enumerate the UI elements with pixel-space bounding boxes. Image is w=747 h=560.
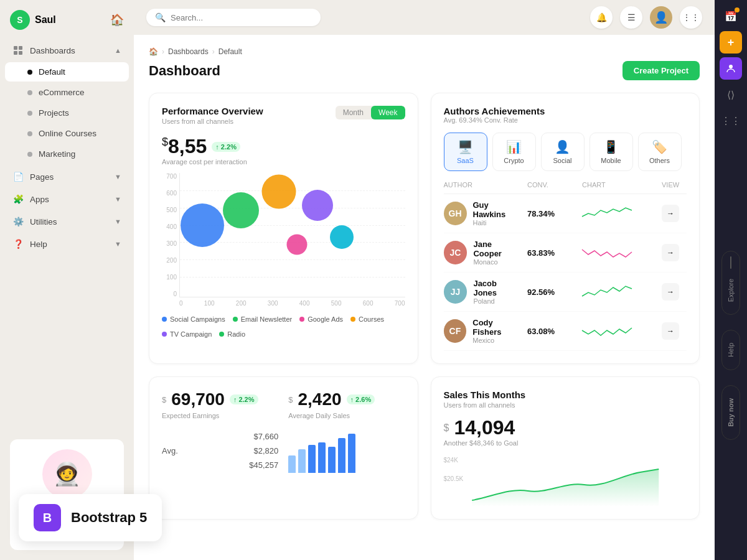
sidebar-item-marketing[interactable]: Marketing: [5, 144, 129, 164]
sidebar-item-online-courses-label: Online Courses: [39, 129, 96, 138]
bubble-chart: [179, 173, 405, 297]
dashboards-icon: [12, 45, 24, 56]
view-btn-jane[interactable]: →: [662, 244, 679, 261]
author-country-cody: Mexico: [472, 337, 522, 344]
breadcrumb-dashboards[interactable]: Dashboards: [168, 47, 209, 56]
legend-label: TV Campaign: [170, 330, 212, 338]
conv-rate-guy: 78.34%: [527, 209, 577, 218]
main-content: 🏠 › Dashboards › Default Dashboard Creat…: [134, 35, 715, 560]
performance-card: Performance Overview Users from all chan…: [149, 93, 418, 364]
author-row-guy: GH Guy Hawkins Haiti 78.34%: [444, 194, 687, 233]
sidebar-item-apps[interactable]: 🧩 Apps ▼: [5, 189, 129, 210]
toggle-month-button[interactable]: Month: [336, 106, 371, 119]
more-icon[interactable]: ⋮⋮: [680, 6, 702, 29]
sidebar-item-utilities[interactable]: ⚙️ Utilities ▼: [5, 211, 129, 232]
authors-subtitle: Avg. 69.34% Conv. Rate: [444, 116, 687, 124]
rs-code-icon[interactable]: ⟨⟩: [720, 83, 742, 106]
authors-title: Authors Achievements: [444, 106, 687, 116]
sidebar-item-dashboards[interactable]: Dashboards ▲: [5, 40, 129, 61]
cat-crypto-label: Crypto: [504, 157, 524, 164]
view-btn-cody[interactable]: →: [662, 322, 679, 340]
legend-google: Google Ads: [299, 315, 343, 323]
settings-icon[interactable]: ☰: [620, 6, 642, 29]
sidebar-item-dashboards-label: Dashboards: [30, 46, 75, 55]
nav-dot: [27, 70, 32, 75]
cat-tab-mobile[interactable]: 📱 Mobile: [590, 133, 633, 171]
toggle-week-button[interactable]: Week: [371, 106, 405, 119]
currency-symbol: $: [162, 136, 168, 148]
author-info: GH Guy Hawkins Haiti: [444, 200, 523, 226]
earnings-label: Expected Earnings: [162, 412, 278, 419]
daily-sales-value: 2,420: [298, 390, 341, 409]
app-name: Saul: [35, 14, 110, 26]
cat-tab-crypto[interactable]: 📊 Crypto: [492, 133, 536, 171]
chevron-icon: ▼: [115, 173, 121, 180]
apps-icon: 🧩: [12, 194, 24, 205]
author-name-cody: Cody Fishers: [472, 318, 522, 337]
metric-value: $8,55 ↑ 2.2%: [162, 135, 405, 158]
chevron-icon: ▼: [115, 218, 121, 225]
buy-label[interactable]: Buy now: [725, 391, 737, 434]
sidebar-item-help[interactable]: ❓ Help ▼: [5, 233, 129, 254]
cat-tab-saas[interactable]: 🖥️ SaaS: [444, 133, 487, 171]
nav-dot: [27, 131, 32, 136]
notification-icon[interactable]: 🔔: [590, 6, 613, 29]
perf-title: Performance Overview: [162, 106, 263, 116]
bar-4: [318, 442, 326, 473]
earnings-item-val: $7,660: [253, 432, 278, 441]
author-row-cody: CF Cody Fishers Mexico 63.08%: [444, 312, 687, 351]
topbar: 🔍 🔔 ☰ 👤 ⋮⋮: [134, 0, 715, 35]
earnings-value: 69,700: [171, 390, 225, 409]
legend-dot: [219, 332, 224, 337]
sidebar-item-online-courses[interactable]: Online Courses: [5, 124, 129, 143]
bubble-tv: [302, 190, 333, 221]
create-project-button[interactable]: Create Project: [622, 61, 700, 80]
chevron-icon: ▼: [115, 240, 121, 248]
home-icon[interactable]: 🏠: [110, 13, 124, 27]
rs-calendar-icon[interactable]: 📅: [720, 5, 742, 27]
user-avatar[interactable]: 👤: [650, 6, 672, 29]
sidebar-item-default[interactable]: Default: [5, 62, 129, 82]
sidebar-item-apps-label: Apps: [30, 195, 49, 204]
breadcrumb-home[interactable]: 🏠: [149, 47, 158, 56]
cat-tab-social[interactable]: 👤 Social: [541, 133, 585, 171]
buy-group: Buy now: [721, 385, 740, 440]
rs-grid-icon[interactable]: ⋮⋮: [720, 110, 742, 132]
sidebar-item-ecommerce[interactable]: eCommerce: [5, 83, 129, 102]
bar-chart: [288, 429, 405, 473]
col-view: VIEW: [662, 181, 687, 189]
rs-add-icon[interactable]: +: [720, 31, 742, 54]
help-label[interactable]: Help: [725, 335, 737, 365]
cat-mobile-label: Mobile: [601, 157, 621, 164]
sidebar-item-default-label: Default: [39, 67, 65, 77]
page-title-row: Dashboard Create Project: [149, 61, 700, 80]
perf-subtitle: Users from all channels: [162, 118, 263, 125]
search-input[interactable]: [171, 13, 312, 22]
sales-sparkline: [444, 463, 687, 506]
search-box[interactable]: 🔍: [146, 9, 321, 26]
sidebar-item-pages[interactable]: 📄 Pages ▼: [5, 166, 129, 187]
cat-tab-others[interactable]: 🏷️ Others: [638, 133, 682, 171]
earnings-item-2: Avg. $2,820: [162, 444, 278, 458]
bubble-social: [181, 203, 224, 247]
svg-rect-1: [19, 46, 22, 50]
bar-6: [338, 438, 345, 473]
explore-label[interactable]: Explore: [725, 271, 737, 309]
astronaut-illustration: 🧑‍🚀: [42, 449, 92, 499]
mobile-icon: 📱: [603, 139, 619, 154]
bar-7: [348, 434, 355, 473]
author-country-jane: Monaco: [473, 258, 522, 266]
author-avatar-jane: JC: [444, 241, 467, 264]
authors-card: Authors Achievements Avg. 69.34% Conv. R…: [431, 93, 700, 364]
y-axis: 7006005004003002001000: [162, 173, 179, 297]
conv-rate-cody: 63.08%: [527, 327, 577, 336]
earnings-avg-label: Avg.: [162, 446, 178, 455]
svg-point-4: [729, 65, 733, 68]
topbar-right: 🔔 ☰ 👤 ⋮⋮: [590, 6, 702, 29]
perf-header: Performance Overview Users from all chan…: [162, 106, 405, 125]
sales-card: Sales This Months Users from all channel…: [431, 376, 700, 520]
view-btn-jacob[interactable]: →: [662, 283, 679, 301]
sidebar-item-projects[interactable]: Projects: [5, 103, 129, 123]
rs-user-icon[interactable]: [720, 57, 742, 80]
view-btn-guy[interactable]: →: [662, 205, 679, 222]
